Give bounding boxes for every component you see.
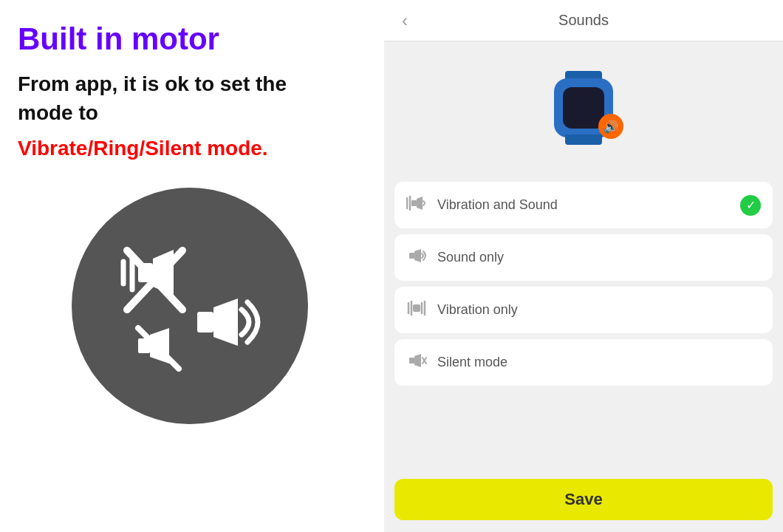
vibration-only-label: Vibration only: [437, 302, 518, 318]
sound-only-icon: [406, 248, 427, 267]
selected-checkmark: ✓: [740, 195, 761, 216]
option-sound-only[interactable]: Sound only: [394, 234, 773, 281]
svg-marker-14: [417, 197, 423, 210]
desc-line2: mode to: [18, 101, 98, 124]
svg-rect-21: [413, 304, 420, 312]
options-list: Vibration and Sound ✓ Sound only: [384, 174, 783, 476]
watch-band-bottom: [565, 134, 602, 145]
back-button[interactable]: ‹: [396, 7, 414, 34]
right-panel: ‹ Sounds 🔊: [384, 0, 783, 532]
svg-rect-15: [409, 253, 414, 259]
svg-marker-7: [213, 299, 238, 346]
mute-icon: [138, 328, 179, 369]
main-title: Built in motor: [18, 22, 219, 56]
svg-rect-6: [197, 312, 213, 332]
watch-icon: 🔊: [547, 71, 620, 145]
option-vibration-and-sound[interactable]: Vibration and Sound ✓: [394, 182, 773, 228]
vibration-and-sound-label: Vibration and Sound: [437, 197, 558, 213]
desc-line1: From app, it is ok to set the: [18, 72, 287, 95]
svg-marker-16: [414, 249, 421, 262]
svg-rect-22: [409, 358, 414, 364]
save-label: Save: [564, 490, 602, 509]
svg-rect-13: [411, 200, 417, 206]
vibrate-crossed-icon: [123, 250, 182, 310]
sound-badge: 🔊: [598, 114, 623, 139]
left-panel: Built in motor From app, it is ok to set…: [0, 0, 384, 532]
icons-svg: [94, 210, 286, 402]
description: From app, it is ok to set the mode to: [18, 69, 287, 127]
save-button[interactable]: Save: [394, 479, 773, 520]
option-vibration-only[interactable]: Vibration only: [394, 287, 773, 333]
sound-speaker-icon: [197, 299, 258, 346]
option-silent-mode[interactable]: Silent mode: [394, 339, 773, 386]
vibration-only-icon: [406, 300, 427, 320]
sound-badge-icon: 🔊: [604, 120, 618, 134]
sound-only-label: Sound only: [437, 250, 504, 265]
watch-preview: 🔊: [384, 41, 783, 174]
vibrate-ring-icon-circle: [72, 188, 308, 424]
silent-mode-label: Silent mode: [437, 355, 507, 370]
svg-marker-23: [414, 354, 421, 367]
panel-title: Sounds: [558, 12, 609, 29]
highlight-text: Vibrate/Ring/Silent mode.: [18, 137, 268, 160]
silent-mode-icon: [406, 352, 427, 372]
panel-header: ‹ Sounds: [384, 0, 783, 41]
vibration-sound-icon: [406, 195, 427, 215]
